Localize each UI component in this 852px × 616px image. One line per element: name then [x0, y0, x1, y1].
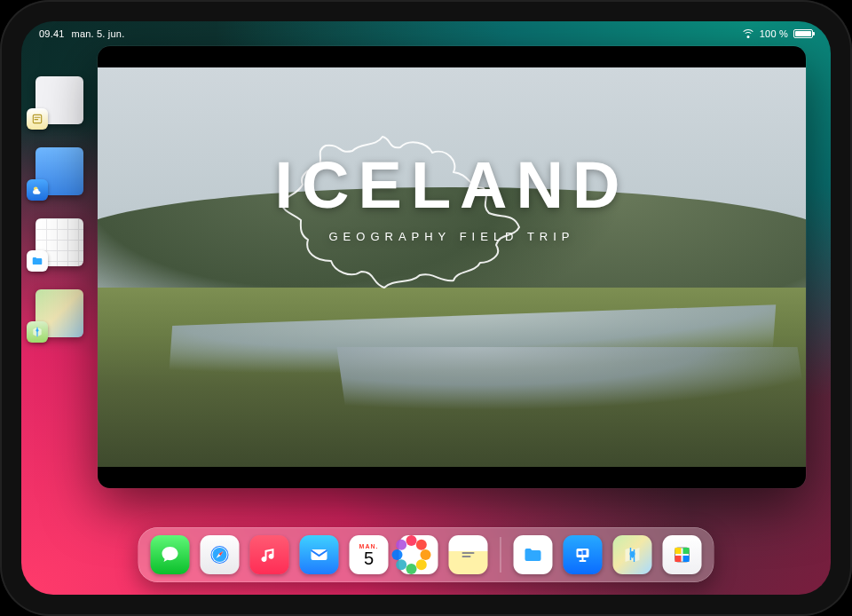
stage-item-weather[interactable]	[28, 144, 83, 195]
calendar-day: 5	[364, 549, 374, 567]
svg-rect-9	[583, 550, 587, 555]
dock-app-photos[interactable]	[399, 535, 438, 574]
stage-item-files[interactable]	[28, 215, 83, 266]
keynote-slide: ICELAND GEOGRAPHY FIELD TRIP	[98, 67, 806, 467]
stage-item-maps[interactable]	[28, 286, 83, 337]
slide-title: ICELAND	[98, 147, 806, 223]
dock-app-mail[interactable]	[300, 535, 339, 574]
dock-app-freeform[interactable]	[663, 535, 702, 574]
dock-app-music[interactable]	[250, 535, 289, 574]
dock-app-messages[interactable]	[151, 535, 190, 574]
battery-icon	[793, 29, 813, 38]
main-window-keynote[interactable]: ICELAND GEOGRAPHY FIELD TRIP	[98, 46, 806, 488]
svg-rect-11	[675, 548, 682, 554]
status-bar: 09.41 man. 5. jun. 100 %	[21, 25, 831, 43]
dock: MAN. 5	[138, 527, 714, 582]
dock-separator	[501, 537, 501, 573]
status-date: man. 5. jun.	[72, 28, 125, 39]
maps-icon	[27, 321, 48, 343]
ipad-screen: 09.41 man. 5. jun. 100 %	[21, 21, 831, 595]
slide-subtitle: GEOGRAPHY FIELD TRIP	[98, 230, 806, 243]
dock-app-notes[interactable]	[449, 535, 488, 574]
svg-rect-13	[675, 556, 682, 562]
status-time: 09.41	[39, 28, 65, 39]
svg-rect-8	[579, 551, 582, 555]
svg-point-2	[36, 329, 39, 332]
stage-manager-rail	[28, 73, 92, 337]
dock-app-keynote[interactable]	[564, 535, 603, 574]
dock-app-files[interactable]	[514, 535, 553, 574]
svg-rect-12	[683, 548, 690, 554]
dock-app-calendar[interactable]: MAN. 5	[350, 535, 389, 574]
photos-icon	[406, 542, 431, 567]
svg-rect-14	[683, 556, 690, 562]
dock-app-safari[interactable]	[201, 535, 240, 574]
battery-percent: 100 %	[760, 28, 788, 39]
weather-icon	[27, 179, 48, 201]
ipad-frame: 09.41 man. 5. jun. 100 %	[0, 0, 852, 616]
dock-app-maps[interactable]	[613, 535, 652, 574]
wifi-icon	[742, 29, 754, 38]
files-icon	[27, 250, 48, 272]
notes-icon	[27, 108, 48, 130]
stage-item-notes[interactable]	[28, 73, 83, 124]
